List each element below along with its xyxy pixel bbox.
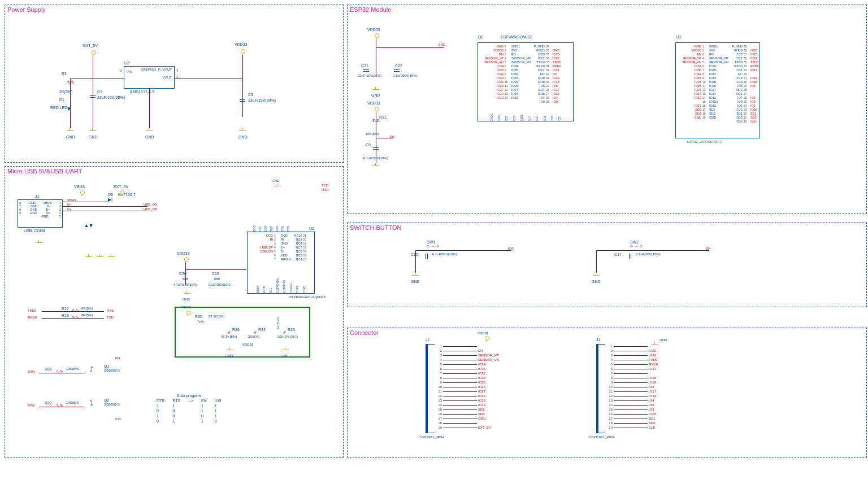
d2-wroom: D2 ESP-WROOM-32 GND1GND1VDD3323V3EN3ENSE… <box>478 42 574 121</box>
j3 <box>596 344 605 433</box>
c21 <box>363 68 369 73</box>
switch-block: SWITCH BUTTON SW1 ⊙—⊙ IO0 C15 0.1uF/50V(… <box>347 223 867 307</box>
u3-wrover: U3 GND1GND1VDD3323V3EN3ENSENSOR_VP4SENSO… <box>675 42 760 138</box>
power-title: Power Supply <box>7 6 46 13</box>
auto-program-table: Auto program DTRRTS-->ENIO0 111100111001… <box>152 393 225 424</box>
u2-des: U2 <box>124 61 129 65</box>
gnd-u2 <box>146 128 153 134</box>
r2: ⩚⩚ <box>66 80 74 85</box>
vdd33-supply <box>239 49 246 55</box>
u2-adj: GND/ADJ <box>141 68 156 71</box>
gnd-c3 <box>239 128 246 134</box>
u1-cp2102: U1 DCD1DCDRI2RI3GNDUSB_DP4D+USB_DN5D-6VD… <box>247 232 315 294</box>
ext5v-label: EXT_5V <box>83 43 98 47</box>
esp32-block: ESP32 Module D2 ESP-WROOM-32 GND1GND1VDD… <box>347 5 867 213</box>
usb-title: Micro USB 5V&USB-UART <box>7 168 82 175</box>
u2-pvout: P_VOUT <box>158 68 172 71</box>
conn-title: Connector <box>350 329 379 336</box>
usb-block: Micro USB 5V&USB-UART J1 6GNDVBUS17GNDD-… <box>5 166 344 457</box>
power-supply-block: Power Supply EXT_5V U2 VIN P_VOUT VOUT G… <box>5 5 344 163</box>
c9 <box>373 146 379 151</box>
u2-part: AMS1117-3.3 <box>130 90 154 94</box>
u2-vout: VOUT <box>162 76 172 79</box>
sw2: SW2 ⊙—⊙ <box>630 240 644 248</box>
j1-usb: J1 6GNDVBUS17GNDD-28GNDD+39GNDNC4GND5 US… <box>18 199 63 228</box>
vdd33-label: VDD33 <box>235 42 248 46</box>
vdd33-esp <box>373 33 380 39</box>
sw1: SW1 ⊙—⊙ <box>427 240 441 248</box>
c3 <box>240 98 245 103</box>
switch-title: SWITCH BUTTON <box>350 224 401 231</box>
esp32-title: ESP32 Module <box>350 6 391 13</box>
gnd-d1 <box>67 128 73 134</box>
u2-vin: VIN <box>127 70 132 73</box>
ext5v-supply <box>90 50 97 56</box>
gnd-c1 <box>89 128 96 134</box>
c22 <box>394 68 400 73</box>
c1 <box>90 94 96 99</box>
u2-ams1117: U2 VIN P_VOUT VOUT GND/ADJ AMS1117-3.3 <box>124 66 175 89</box>
j2 <box>426 344 435 433</box>
connector-block: Connector J2 12EN3SENSOR_VP4SENSOR_VN5IO… <box>347 328 867 457</box>
